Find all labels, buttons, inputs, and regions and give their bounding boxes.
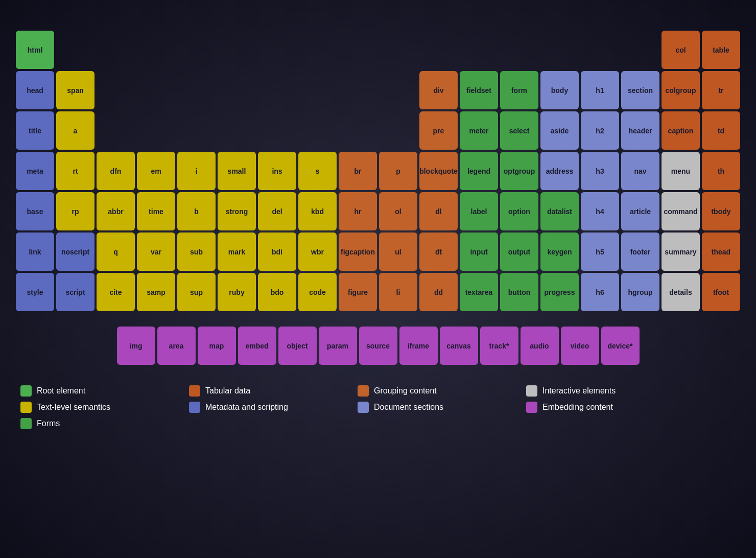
element-a[interactable]: a [56,111,94,150]
element-em[interactable]: em [137,152,175,190]
element-h4[interactable]: h4 [581,192,619,230]
element-del[interactable]: del [258,192,296,230]
element-link[interactable]: link [16,232,54,271]
element-html[interactable]: html [16,31,54,69]
element-summary[interactable]: summary [662,232,700,271]
element-dd[interactable]: dd [419,273,458,311]
element-figure[interactable]: figure [339,273,377,311]
element-li[interactable]: li [379,273,417,311]
element-audio[interactable]: audio [521,327,559,365]
element-dl[interactable]: dl [419,192,458,230]
element-br[interactable]: br [339,152,377,190]
element-h5[interactable]: h5 [581,232,619,271]
element-command[interactable]: command [662,192,700,230]
element-body[interactable]: body [540,71,579,109]
element-time[interactable]: time [137,192,175,230]
element-i[interactable]: i [177,152,216,190]
element-s[interactable]: s [298,152,337,190]
element-table[interactable]: table [702,31,740,69]
element-p[interactable]: p [379,152,417,190]
element-legend[interactable]: legend [460,152,498,190]
element-h6[interactable]: h6 [581,273,619,311]
element-blockquote[interactable]: blockquote [419,152,458,190]
element-optgroup[interactable]: optgroup [500,152,538,190]
element-colgroup[interactable]: colgroup [662,71,700,109]
element-dt[interactable]: dt [419,232,458,271]
element-meter[interactable]: meter [460,111,498,150]
element-tbody[interactable]: tbody [702,192,740,230]
element-span[interactable]: span [56,71,94,109]
element-datalist[interactable]: datalist [540,192,579,230]
element-form[interactable]: form [500,71,538,109]
element-strong[interactable]: strong [218,192,256,230]
element-noscript[interactable]: noscript [56,232,94,271]
element-base[interactable]: base [16,192,54,230]
element-source[interactable]: source [359,327,397,365]
element-canvas[interactable]: canvas [440,327,478,365]
element-article[interactable]: article [621,192,659,230]
element-bdi[interactable]: bdi [258,232,296,271]
element-samp[interactable]: samp [137,273,175,311]
element-area[interactable]: area [157,327,196,365]
element-caption[interactable]: caption [662,111,700,150]
element-button[interactable]: button [500,273,538,311]
element-nav[interactable]: nav [621,152,659,190]
element-h2[interactable]: h2 [581,111,619,150]
element-style[interactable]: style [16,273,54,311]
element-device*[interactable]: device* [601,327,640,365]
element-track*[interactable]: track* [480,327,518,365]
element-hr[interactable]: hr [339,192,377,230]
element-embed[interactable]: embed [238,327,276,365]
element-var[interactable]: var [137,232,175,271]
element-img[interactable]: img [117,327,155,365]
element-iframe[interactable]: iframe [399,327,438,365]
element-textarea[interactable]: textarea [460,273,498,311]
element-q[interactable]: q [97,232,135,271]
element-bdo[interactable]: bdo [258,273,296,311]
element-progress[interactable]: progress [540,273,579,311]
element-footer[interactable]: footer [621,232,659,271]
element-keygen[interactable]: keygen [540,232,579,271]
element-label[interactable]: label [460,192,498,230]
element-thead[interactable]: thead [702,232,740,271]
element-div[interactable]: div [419,71,458,109]
element-section[interactable]: section [621,71,659,109]
element-figcaption[interactable]: figcaption [339,232,377,271]
element-ins[interactable]: ins [258,152,296,190]
element-small[interactable]: small [218,152,256,190]
element-pre[interactable]: pre [419,111,458,150]
element-fieldset[interactable]: fieldset [460,71,498,109]
element-ruby[interactable]: ruby [218,273,256,311]
element-kbd[interactable]: kbd [298,192,337,230]
element-h3[interactable]: h3 [581,152,619,190]
element-hgroup[interactable]: hgroup [621,273,659,311]
element-map[interactable]: map [198,327,236,365]
element-tr[interactable]: tr [702,71,740,109]
element-col[interactable]: col [662,31,700,69]
element-aside[interactable]: aside [540,111,579,150]
element-wbr[interactable]: wbr [298,232,337,271]
element-details[interactable]: details [662,273,700,311]
element-th[interactable]: th [702,152,740,190]
element-output[interactable]: output [500,232,538,271]
element-abbr[interactable]: abbr [97,192,135,230]
element-rt[interactable]: rt [56,152,94,190]
element-mark[interactable]: mark [218,232,256,271]
element-ul[interactable]: ul [379,232,417,271]
element-code[interactable]: code [298,273,337,311]
element-ol[interactable]: ol [379,192,417,230]
element-select[interactable]: select [500,111,538,150]
element-menu[interactable]: menu [662,152,700,190]
element-rp[interactable]: rp [56,192,94,230]
element-object[interactable]: object [278,327,317,365]
element-param[interactable]: param [319,327,357,365]
element-sup[interactable]: sup [177,273,216,311]
element-option[interactable]: option [500,192,538,230]
element-script[interactable]: script [56,273,94,311]
element-meta[interactable]: meta [16,152,54,190]
element-tfoot[interactable]: tfoot [702,273,740,311]
element-h1[interactable]: h1 [581,71,619,109]
element-sub[interactable]: sub [177,232,216,271]
element-header[interactable]: header [621,111,659,150]
element-video[interactable]: video [561,327,599,365]
